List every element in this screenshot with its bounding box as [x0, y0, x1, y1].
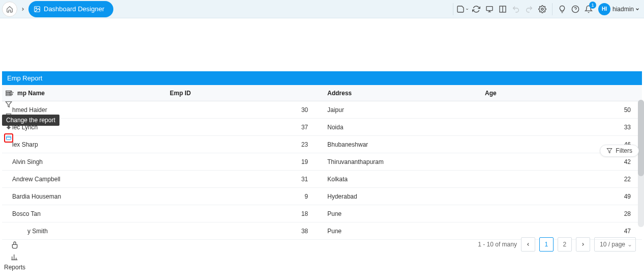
filters-button[interactable]: Filters [600, 145, 639, 157]
save-dropdown-icon[interactable] [456, 3, 470, 16]
user-menu[interactable]: hiadmin [612, 6, 640, 13]
undo-icon[interactable] [509, 3, 523, 16]
col-header-id[interactable]: Emp ID [170, 90, 191, 97]
tooltip-change-report: Change the report [2, 115, 59, 126]
svg-rect-11 [6, 93, 12, 94]
svg-marker-13 [6, 102, 12, 107]
pagination: 1 - 10 of many 1 2 10 / page [478, 237, 636, 252]
breadcrumb-label: Dashboard Designer [44, 5, 104, 13]
report-title: Emp Report [2, 71, 642, 85]
breadcrumb-chevron-icon[interactable] [17, 2, 28, 17]
notification-badge: 1 [589, 2, 596, 9]
user-avatar[interactable]: HI [598, 3, 610, 15]
table-row[interactable]: Alvin Singh 19 Thiruvananthapuram 42 [2, 153, 642, 171]
svg-rect-14 [7, 136, 11, 140]
redo-icon[interactable] [523, 3, 536, 16]
data-table: mp Name Emp ID Address Age hmed Haider 3… [2, 85, 642, 240]
svg-rect-12 [6, 94, 12, 95]
next-page-button[interactable] [576, 237, 590, 252]
chevron-down-icon [635, 7, 640, 12]
page-1-button[interactable]: 1 [539, 237, 554, 252]
page-2-button[interactable]: 2 [558, 237, 572, 252]
layout-icon[interactable] [496, 3, 509, 16]
top-bar: Dashboard Designer [0, 0, 644, 18]
table-row[interactable]: Andrew Campbell 31 Kolkata 22 [2, 171, 642, 188]
topbar-actions: 1 HI hiadmin [450, 3, 644, 16]
svg-rect-10 [6, 91, 12, 92]
svg-point-1 [36, 8, 37, 9]
svg-rect-2 [486, 6, 493, 10]
col-header-address[interactable]: Address [327, 90, 352, 97]
table-header: mp Name Emp ID Address Age [2, 85, 642, 101]
table-row[interactable]: Bosco Tan 18 Pune 28 [2, 205, 642, 223]
dashboard-icon [34, 6, 41, 13]
presentation-icon[interactable] [483, 3, 496, 16]
filter-icon[interactable] [4, 100, 13, 109]
page-size-dropdown[interactable]: 10 / page [594, 237, 636, 252]
col-header-name[interactable]: mp Name [17, 90, 45, 97]
reports-icon[interactable] [9, 252, 20, 263]
table-row[interactable]: lec Lynch 37 Noida 33 [2, 119, 642, 136]
svg-marker-16 [607, 149, 612, 153]
filter-icon [606, 148, 612, 154]
table-row[interactable]: lex Sharp 23 Bhubaneshwar 46 [2, 136, 642, 153]
list-icon[interactable] [4, 89, 13, 98]
prev-page-button[interactable] [521, 237, 535, 252]
vertical-scrollbar[interactable] [638, 100, 644, 227]
breadcrumb-dashboard-designer[interactable]: Dashboard Designer [28, 1, 113, 17]
pagination-range: 1 - 10 of many [478, 241, 517, 248]
home-button[interactable] [2, 2, 17, 17]
table-row[interactable]: Bardia Houseman 9 Hyderabad 49 [2, 188, 642, 205]
lightbulb-icon[interactable] [556, 3, 569, 16]
settings-icon[interactable] [536, 3, 549, 16]
change-report-icon[interactable] [4, 133, 13, 143]
interactions-icon[interactable] [9, 239, 20, 251]
svg-point-7 [541, 8, 543, 10]
bottom-left-dock: Reports [1, 237, 28, 273]
help-icon[interactable] [569, 3, 582, 16]
notifications-icon[interactable]: 1 [582, 3, 595, 16]
col-header-age[interactable]: Age [485, 90, 497, 97]
table-row[interactable]: hmed Haider 30 Jaipur 50 [2, 101, 642, 119]
reports-label: Reports [4, 264, 25, 271]
report-container: Emp Report mp Name Emp ID Address Age hm… [2, 71, 642, 240]
refresh-icon[interactable] [470, 3, 483, 16]
